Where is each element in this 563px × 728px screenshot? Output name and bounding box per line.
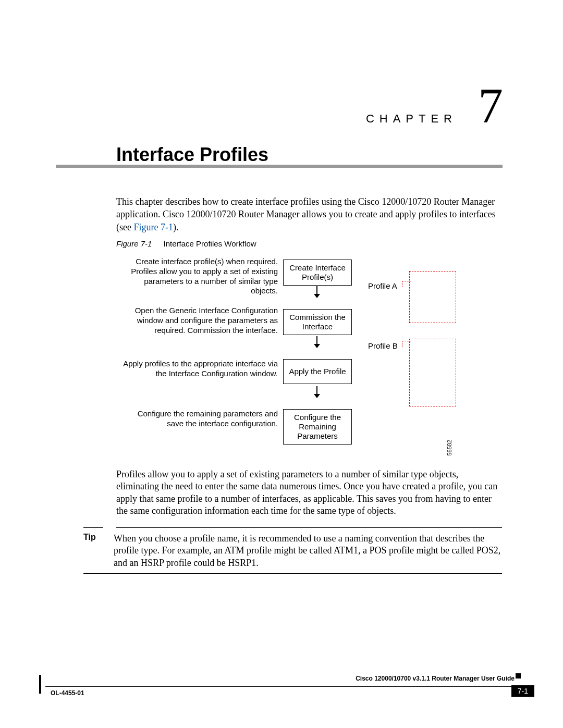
tip-label: Tip xyxy=(83,533,104,569)
arrow-icon xyxy=(316,336,317,344)
figure-caption: Figure 7-1 Interface Profiles Workflow xyxy=(116,239,256,248)
arrow-icon xyxy=(316,286,317,294)
chapter-label: CHAPTER xyxy=(366,112,457,126)
footer-doc-title: Cisco 12000/10700 v3.1.1 Router Manager … xyxy=(356,675,515,682)
profile-b-box xyxy=(409,339,456,406)
step2-description: Open the Generic Interface Configuration… xyxy=(121,306,278,335)
figure-title: Interface Profiles Workflow xyxy=(164,239,256,248)
footer-bar-icon xyxy=(39,675,41,694)
chapter-head: CHAPTER 7 xyxy=(366,81,503,131)
intro-text-after: ). xyxy=(173,222,179,232)
page-number: 7-1 xyxy=(511,685,534,697)
figure-reference-link[interactable]: Figure 7-1 xyxy=(133,222,173,232)
chapter-number: 7 xyxy=(478,81,503,131)
step3-description: Apply profiles to the appropriate interf… xyxy=(121,359,278,379)
page-title: Interface Profiles xyxy=(116,144,268,166)
profile-a-box xyxy=(409,271,456,323)
tip-block: Tip When you choose a profile name, it i… xyxy=(83,533,502,569)
figure-number: Figure 7-1 xyxy=(116,239,152,248)
intro-paragraph: This chapter describes how to create int… xyxy=(116,195,502,233)
footer-rule xyxy=(45,686,534,687)
arrow-icon xyxy=(316,386,317,394)
profile-a-label: Profile A xyxy=(368,281,397,290)
profile-b-label: Profile B xyxy=(368,341,398,350)
step1-description: Create interface profile(s) when require… xyxy=(121,257,278,296)
workflow-diagram: Create interface profile(s) when require… xyxy=(116,253,502,461)
page-footer: Cisco 12000/10700 v3.1.1 Router Manager … xyxy=(45,686,534,707)
tip-rule xyxy=(83,527,103,528)
footer-ol-number: OL-4455-01 xyxy=(51,689,84,697)
tip-text: When you choose a profile name, it is re… xyxy=(114,533,502,569)
step1-box: Create Interface Profile(s) xyxy=(283,260,352,286)
diagram-id: 56582 xyxy=(446,440,452,456)
step3-box: Apply the Profile xyxy=(283,359,352,384)
footer-tab-icon xyxy=(516,673,521,678)
step4-description: Configure the remaining parameters and s… xyxy=(121,409,278,429)
body-paragraph: Profiles allow you to apply a set of exi… xyxy=(116,468,502,517)
tip-rule xyxy=(116,527,502,528)
step2-box: Commission the Interface xyxy=(283,309,352,335)
tip-rule xyxy=(83,573,502,574)
step4-box: Configure the Remaining Parameters xyxy=(283,409,352,445)
